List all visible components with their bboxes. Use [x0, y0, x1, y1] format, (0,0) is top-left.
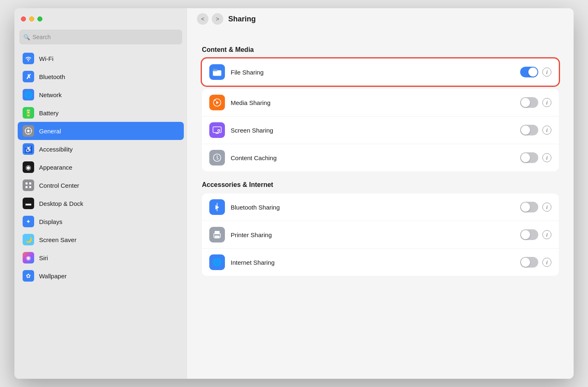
sidebar-item-general[interactable]: General [18, 122, 184, 140]
screen-sharing-icon [209, 122, 225, 138]
internet-sharing-info-button[interactable]: i [542, 258, 551, 267]
toggle-knob [528, 68, 537, 77]
sidebar-item-label-battery: Battery [39, 110, 59, 117]
bluetooth-sharing-info-button[interactable]: i [542, 203, 551, 212]
media-sharing-icon [209, 95, 225, 110]
close-button[interactable] [21, 16, 26, 21]
toggle-knob-media [521, 98, 530, 107]
settings-row-media-sharing: Media Sharing i [202, 89, 559, 117]
content-caching-toggle[interactable] [520, 152, 538, 163]
sidebar-item-wallpaper[interactable]: ✿ Wallpaper [18, 267, 184, 285]
bluetooth-icon: ✗ [23, 71, 34, 82]
file-sharing-icon [209, 64, 225, 80]
bluetooth-sharing-icon [209, 199, 225, 215]
printer-sharing-info-button[interactable]: i [542, 230, 551, 239]
svg-rect-7 [29, 182, 31, 184]
screen-sharing-controls: i [520, 125, 551, 135]
sidebar-item-label-siri: Siri [39, 254, 48, 261]
svg-rect-8 [25, 186, 28, 188]
sidebar-item-label-screen-saver: Screen Saver [39, 236, 76, 243]
sidebar-item-label-network: Network [39, 91, 62, 98]
internet-sharing-controls: i [520, 257, 551, 268]
siri-icon: ◉ [23, 252, 34, 263]
sidebar-item-label-displays: Displays [39, 218, 63, 225]
sidebar-item-wifi[interactable]: Wi-Fi [18, 49, 184, 68]
settings-row-file-sharing: File Sharing i [202, 58, 559, 86]
bluetooth-sharing-toggle[interactable] [520, 202, 538, 212]
content-caching-info-button[interactable]: i [542, 153, 551, 162]
content-caching-controls: i [520, 152, 551, 163]
battery-icon: 🔋 [23, 107, 34, 119]
file-sharing-toggle[interactable] [520, 67, 538, 77]
minimize-button[interactable] [29, 16, 34, 21]
internet-sharing-toggle[interactable] [520, 257, 538, 268]
screen-saver-icon: 🌙 [23, 234, 34, 245]
settings-row-content-caching: Content Caching i [202, 144, 559, 171]
svg-point-1 [27, 130, 30, 132]
sidebar-item-control-center[interactable]: Control Center [18, 176, 184, 194]
wifi-icon [23, 53, 34, 64]
forward-icon: > [216, 16, 219, 22]
control-center-icon [23, 180, 34, 191]
sidebar-item-screen-saver[interactable]: 🌙 Screen Saver [18, 231, 184, 249]
toggle-knob-printer [521, 230, 530, 239]
sidebar-item-label-wallpaper: Wallpaper [39, 273, 67, 280]
sidebar-item-accessibility[interactable]: ♿ Accessibility [18, 140, 184, 158]
sidebar-item-label-wifi: Wi-Fi [39, 55, 53, 62]
sidebar-list: Wi-Fi ✗ Bluetooth 🌐 Network 🔋 [14, 49, 187, 379]
settings-row-internet-sharing: 🌐 Internet Sharing i [202, 249, 559, 276]
sidebar-item-label-bluetooth: Bluetooth [39, 73, 65, 80]
general-icon [23, 125, 34, 137]
sidebar-item-siri[interactable]: ◉ Siri [18, 249, 184, 267]
sidebar-item-label-general: General [39, 128, 61, 135]
main-header: < > Sharing [187, 8, 574, 30]
svg-rect-27 [215, 235, 220, 238]
titlebar [14, 8, 187, 30]
desktop-dock-icon: ▬ [23, 198, 34, 209]
screen-sharing-label: Screen Sharing [231, 127, 514, 134]
content-caching-label: Content Caching [231, 154, 514, 161]
settings-row-screen-sharing: Screen Sharing i [202, 117, 559, 144]
screen-sharing-toggle[interactable] [520, 125, 538, 135]
toggle-knob-internet [521, 258, 530, 267]
sidebar-item-label-accessibility: Accessibility [39, 146, 73, 153]
sidebar-item-desktop-dock[interactable]: ▬ Desktop & Dock [18, 194, 184, 212]
media-sharing-info-button[interactable]: i [542, 98, 551, 107]
sidebar-item-label-desktop-dock: Desktop & Dock [39, 200, 83, 207]
file-sharing-info-button[interactable]: i [542, 68, 551, 77]
internet-sharing-icon: 🌐 [209, 254, 225, 270]
svg-rect-16 [214, 100, 216, 101]
main-content: < > Sharing Content & Media [187, 8, 574, 379]
sidebar-item-battery[interactable]: 🔋 Battery [18, 104, 184, 122]
back-icon: < [201, 16, 204, 22]
sidebar: 🔍 Search Wi-Fi ✗ Bluetooth [14, 8, 187, 379]
sidebar-item-displays[interactable]: ✦ Displays [18, 212, 184, 231]
forward-button[interactable]: > [212, 13, 223, 25]
system-settings-window: 🔍 Search Wi-Fi ✗ Bluetooth [14, 8, 574, 379]
sidebar-item-network[interactable]: 🌐 Network [18, 86, 184, 104]
section-title-accessories: Accessories & Internet [202, 181, 559, 189]
toggle-knob-bluetooth [521, 203, 530, 212]
search-icon: 🔍 [23, 34, 30, 40]
toggle-knob-caching [521, 153, 530, 162]
media-sharing-toggle[interactable] [520, 97, 538, 108]
media-sharing-label: Media Sharing [231, 99, 514, 106]
bluetooth-sharing-controls: i [520, 202, 551, 212]
main-scroll: Content & Media File Sharing [187, 30, 574, 379]
displays-icon: ✦ [23, 216, 34, 227]
section-title-content-media: Content & Media [202, 46, 559, 54]
page-title: Sharing [228, 15, 256, 23]
sidebar-item-label-control-center: Control Center [39, 182, 79, 189]
maximize-button[interactable] [37, 16, 42, 21]
svg-marker-15 [216, 101, 219, 104]
search-bar[interactable]: 🔍 Search [19, 30, 182, 44]
sidebar-item-bluetooth[interactable]: ✗ Bluetooth [18, 68, 184, 86]
wallpaper-icon: ✿ [23, 270, 34, 282]
accessibility-icon: ♿ [23, 143, 34, 155]
screen-sharing-info-button[interactable]: i [542, 126, 551, 135]
printer-sharing-toggle[interactable] [520, 229, 538, 240]
back-button[interactable]: < [197, 13, 208, 25]
content-caching-icon [209, 150, 225, 166]
sidebar-item-appearance[interactable]: ◉ Appearance [18, 158, 184, 176]
svg-rect-9 [29, 186, 31, 188]
